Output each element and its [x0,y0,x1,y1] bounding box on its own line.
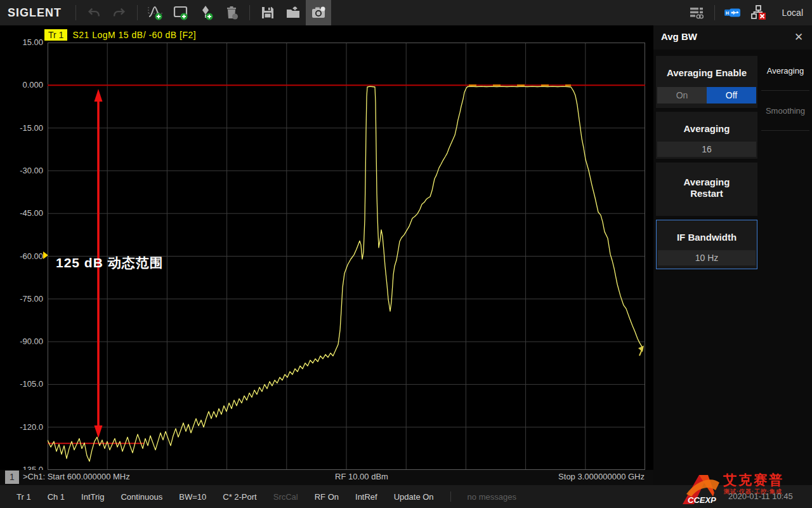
status-item-rf-on[interactable]: RF On [315,492,339,502]
averaging-restart-label-1: Averaging [656,177,757,188]
status-item-tr-1[interactable]: Tr 1 [16,492,31,502]
averaging-off-button[interactable]: Off [707,87,756,104]
y-axis-label: -120.0 [3,422,43,432]
status-item-inttrig[interactable]: IntTrig [81,492,104,502]
dynamic-range-annotation: 125 dB 动态范围 [56,254,164,272]
toolbar-separator [249,5,250,20]
y-axis-label: -30.00 [3,166,43,175]
toolbar-separator [137,5,138,20]
toolbar-separator [75,5,76,20]
trace-header[interactable]: Tr 1 S21 LogM 15 dB/ -60 dB [F2] [44,29,196,41]
if-bandwidth-block[interactable]: IF Bandwidth 10 Hz [656,220,757,269]
trace-chip[interactable]: Tr 1 [44,29,67,41]
status-item-update-on[interactable]: Update On [394,492,434,502]
vna-application: SIGLENT [0,0,812,508]
averaging-factor-block[interactable]: Averaging 16 [656,112,757,159]
averaging-enable-toggle: On Off [657,87,756,104]
averaging-enable-label: Averaging Enable [656,56,757,78]
tab-divider [761,130,809,131]
y-axis-label: -45.00 [3,208,43,218]
delete-icon[interactable] [219,0,244,25]
start-frequency-label[interactable]: >Ch1: Start 600.000000 MHz [23,472,130,481]
status-item-continuous[interactable]: Continuous [121,492,162,502]
averaging-on-button[interactable]: On [657,87,707,104]
svg-text:H: H [726,11,729,15]
averaging-factor-value[interactable]: 16 [657,142,756,157]
y-axis-label: -60.00 [3,251,43,261]
toolbar-separator [714,5,715,20]
status-items: Tr 1Ch 1IntTrigContinuousBW=10C* 2-PortS… [0,492,434,502]
y-axis-label: -105.0 [3,379,43,389]
redo-icon[interactable] [107,0,132,25]
panel-tab-strip: Averaging Smoothing [759,56,812,136]
stop-frequency-label[interactable]: Stop 3.000000000 GHz [558,472,645,481]
averaging-enable-block: Averaging Enable On Off [656,56,757,108]
y-axis-label: 15.00 [3,37,43,47]
avg-bw-panel: Avg BW ✕ Averaging Enable On Off Averagi… [653,25,812,485]
save-icon[interactable] [255,0,280,25]
panel-content: Averaging Enable On Off Averaging 16 Ave… [656,56,757,273]
y-axis-label: -15.00 [3,123,43,133]
channel-status-row: 1 >Ch1: Start 600.000000 MHz RF 10.00 dB… [0,470,653,485]
screen-layout-icon[interactable] [684,0,709,25]
channel-number-badge[interactable]: 1 [5,471,19,484]
averaging-factor-label: Averaging [656,112,757,134]
message-area: no messages [468,492,516,502]
tab-averaging-label: Averaging [767,66,804,76]
status-item-bw-10[interactable]: BW=10 [179,492,206,502]
screenshot-icon[interactable] [306,0,331,25]
add-window-icon[interactable] [168,0,193,25]
undo-icon[interactable] [81,0,107,25]
averaging-restart-label-2: Restart [656,188,757,199]
status-divider [450,491,451,502]
tab-divider [761,90,809,91]
add-marker-icon[interactable] [193,0,219,25]
y-axis-label: 0.000 [3,80,43,90]
if-bandwidth-value[interactable]: 10 Hz [658,250,756,265]
trace-format-text: S21 LogM 15 dB/ -60 dB [F2] [72,30,196,40]
status-item-c-2-port[interactable]: C* 2-Port [223,492,256,502]
system-status-bar: Tr 1Ch 1IntTrigContinuousBW=10C* 2-PortS… [0,485,812,508]
status-item-intref[interactable]: IntRef [355,492,377,502]
status-item-ch-1[interactable]: Ch 1 [48,492,65,502]
usb-icon[interactable]: H [720,0,745,25]
lan-error-icon[interactable] [745,0,771,25]
tab-smoothing[interactable]: Smoothing [759,96,812,125]
add-trace-icon[interactable] [143,0,168,25]
recall-icon[interactable] [280,0,306,25]
if-bandwidth-label: IF Bandwidth [657,220,757,243]
local-mode-label[interactable]: Local [782,8,803,18]
tab-smoothing-label: Smoothing [766,106,805,116]
averaging-restart-button[interactable]: Averaging Restart [656,163,757,216]
panel-title: Avg BW [661,31,697,42]
tab-averaging[interactable]: Averaging [759,56,812,85]
close-icon[interactable]: ✕ [792,30,806,44]
y-axis-label: -75.00 [3,294,43,304]
measurement-screen: Tr 1 S21 LogM 15 dB/ -60 dB [F2] 15.000.… [0,25,653,485]
panel-title-bar: Avg BW ✕ [653,25,812,50]
y-axis-label: -90.00 [3,337,43,346]
top-toolbar: SIGLENT [0,0,812,25]
siglent-logo: SIGLENT [0,6,70,20]
status-item-srccal[interactable]: SrcCal [273,492,298,502]
rf-power-label[interactable]: RF 10.00 dBm [292,472,431,481]
